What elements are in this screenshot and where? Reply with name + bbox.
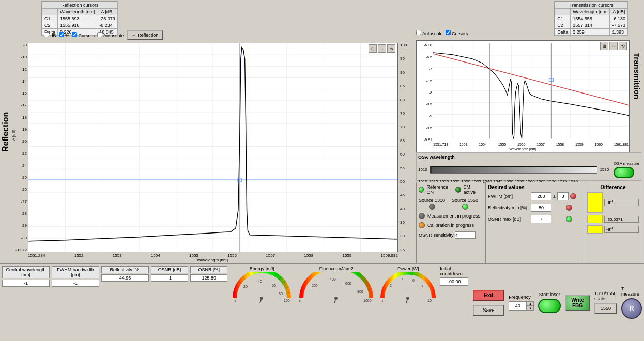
difference-title: Difference [587, 184, 639, 190]
cursors-checkbox-label[interactable]: Cursors [72, 32, 95, 38]
autoscale-checkbox[interactable] [97, 32, 102, 37]
svg-text:0: 0 [381, 299, 383, 303]
em-active-label: EM active [464, 184, 481, 195]
svg-text:2: 2 [390, 284, 392, 287]
x-axis-title-left: Wavelength [nm] [197, 258, 228, 262]
right-bottom-controls: Frequency ▲ ▼ Start laser Write FBG 1310… [509, 266, 642, 339]
cursors-checkbox[interactable] [72, 32, 77, 37]
zoom-btn[interactable]: ⊞ [369, 44, 377, 53]
svg-text:200: 200 [312, 284, 318, 287]
calibration-led [419, 222, 425, 228]
frequency-group: Frequency ▲ ▼ [509, 295, 534, 311]
initial-countdown-input[interactable] [440, 277, 468, 286]
transmission-cursor-delta: Delta 3.259 1.393 [555, 29, 628, 36]
svg-text:40: 40 [258, 280, 262, 283]
fluence-label: Fluence mJ/cm2 [319, 266, 354, 271]
bottom-strip: Central wavelength [nm] -1 FWHM bandwidt… [0, 264, 644, 341]
svg-point-67 [406, 297, 409, 300]
trans-autoscale-label[interactable]: Autoscale [416, 30, 443, 36]
fwhm-status-led [570, 193, 576, 199]
transmission-chart-canvas: ⊞ ↔ ⟲ -6.08 -6.5 -7 -7.5 -8 -8.5 -9 -9.5… [416, 40, 630, 152]
reflection-cursors-title: Reflection cursors [42, 2, 118, 9]
pan-btn[interactable]: ↔ [378, 44, 386, 53]
power-gauge-group: Power [W] 0 2 4 6 [378, 266, 438, 339]
scale-1550-btn[interactable]: 1550 [594, 303, 617, 314]
fwhm-input[interactable] [531, 192, 551, 200]
energy-gauge-group: Energy [mJ] 0 20 40 [229, 266, 294, 339]
osnr-sensitivity-label: OSNR sensitivity [419, 233, 454, 238]
osa-slider[interactable] [430, 166, 598, 174]
osnr-sensitivity-group: OSNR sensitivity [419, 231, 481, 239]
fwhm-row: FWHM [pm] ± [488, 192, 580, 200]
pct-checkbox-label[interactable]: % [59, 32, 70, 38]
osa-measure-btn[interactable] [614, 167, 634, 178]
y-axis-transmission: -6.08 -6.5 -7 -7.5 -8 -8.5 -9 -9.5 -9.81 [417, 43, 433, 142]
osnr-pct-label: OSNR [%] [190, 266, 227, 273]
trans-cursors-checkbox[interactable] [446, 30, 451, 35]
svg-text:800: 800 [357, 290, 363, 293]
x-axis-title-transmission: Wavelength [nm] [509, 147, 536, 151]
source-1310-label: Source 1310 [419, 198, 445, 203]
measurement-label: Measurement in progress [427, 213, 480, 219]
osnr-label: OSNR max [dB] [488, 216, 529, 222]
svg-text:0: 0 [234, 299, 236, 303]
transmission-chart-svg [433, 43, 629, 139]
em-active-led [455, 187, 461, 193]
svg-text:100: 100 [284, 299, 290, 302]
t-measure-group: T-measure R [621, 286, 642, 319]
db-checkbox-label[interactable]: dB [44, 32, 56, 38]
energy-gauge-svg: 0 20 40 60 80 100 [229, 272, 294, 303]
reflectivity-input[interactable] [531, 204, 551, 212]
fluence-gauge-group: Fluence mJ/cm2 0 200 [296, 266, 376, 339]
freq-up-btn[interactable]: ▲ [527, 301, 534, 306]
write-fbg-btn[interactable]: Write FBG [565, 295, 590, 311]
reference-on-row: Reference ON EM active [419, 184, 481, 195]
start-laser-btn[interactable] [538, 299, 561, 313]
svg-text:60: 60 [272, 284, 276, 287]
autoscale-checkbox-label[interactable]: Autoscale [97, 32, 124, 38]
save-button[interactable]: Save [473, 305, 504, 316]
frequency-input[interactable] [509, 301, 527, 311]
trans-autoscale-checkbox[interactable] [416, 30, 421, 35]
svg-text:8: 8 [421, 284, 423, 288]
reference-on-led [419, 187, 424, 193]
power-gauge-svg: 0 2 4 6 8 10 [378, 272, 438, 303]
pct-checkbox[interactable] [59, 32, 64, 37]
reference-on-label: Reference ON [426, 184, 452, 195]
transmission-cursors-title: Transmission cursors [555, 2, 628, 9]
exit-button[interactable]: Exit [473, 290, 504, 301]
reflectivity-diff-row: -35.0371 [587, 215, 639, 223]
source-1310-led [429, 204, 435, 210]
osnr-row: OSNR max [dB] [488, 215, 580, 223]
osnr-sensitivity-input[interactable] [455, 231, 476, 239]
y-axis-left: -8 -10 -12 -14 -15 -17 -18 -19 -20 -22 -… [11, 43, 28, 252]
source-row: Source 1310 Source 1550 [419, 198, 481, 210]
db-checkbox[interactable] [44, 32, 49, 37]
reflection-button[interactable]: ← Reflection [127, 30, 164, 40]
reset-btn[interactable]: ⟲ [387, 44, 395, 53]
reflectivity-meas-value: 44.96 [101, 274, 149, 282]
frequency-spinner: ▲ ▼ [509, 301, 534, 311]
fwhm-diff-row: -Inf [587, 192, 639, 213]
t-measure-btn[interactable]: R [621, 298, 642, 319]
reflection-cursor-row-c1: C1 1555.693 -25.079 [42, 16, 118, 22]
osnr-db-label: OSNR [dB] [151, 266, 188, 273]
osnr-pct-value: 125.89 [190, 274, 227, 282]
trans-cursors-label[interactable]: Cursors [446, 30, 468, 36]
osnr-db-value: -1 [151, 274, 188, 282]
scale-group: 1310/1550 scale 1550 [594, 291, 617, 314]
fwhm-tolerance-input[interactable] [557, 192, 569, 200]
transmission-cursor-c1: C1 1554.555 -6.180 [555, 16, 628, 22]
osnr-input[interactable] [531, 215, 551, 223]
freq-down-btn[interactable]: ▼ [527, 306, 534, 311]
right-panel: Transmission cursors Wavelength [nm] A [… [413, 0, 644, 264]
fwhm-bandwidth-value: -1 [52, 280, 99, 287]
chart-toolbar-left: ⊞ ↔ ⟲ [369, 44, 395, 53]
calibration-label: Calibration in progress [427, 223, 474, 228]
transmission-label: Transmittion [630, 0, 644, 152]
svg-text:400: 400 [330, 277, 336, 281]
transmission-cursor-c2: C2 1557.814 -7.573 [555, 22, 628, 29]
transmission-chart-controls: Autoscale Cursors [416, 30, 468, 36]
t-measure-label: T-measure [621, 286, 642, 297]
osa-section: OSA wavelength 1510 1580 OSA measure 151… [416, 152, 641, 181]
